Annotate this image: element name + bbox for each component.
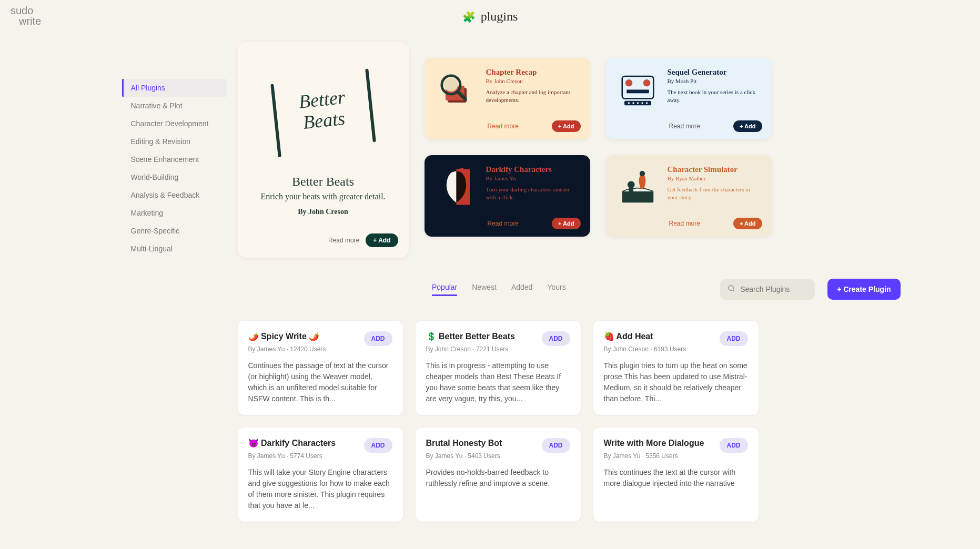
svg-rect-16	[622, 191, 653, 202]
sidebar-item-character-development[interactable]: Character Development	[122, 115, 227, 133]
sidebar-item-genre-specific[interactable]: Genre-Specific	[122, 222, 227, 240]
plugin-title: 😈 Darkify Characters	[248, 438, 336, 449]
plugin-desc: This is in progress - attempting to use …	[426, 360, 570, 404]
featured-small-author: By Ryan Mather	[668, 175, 762, 181]
svg-point-19	[639, 171, 644, 176]
create-plugin-button[interactable]: + Create Plugin	[827, 279, 900, 300]
sidebar-item-marketing[interactable]: Marketing	[122, 204, 227, 222]
read-more-link[interactable]: Read more	[328, 237, 359, 244]
featured-small-icon	[615, 165, 660, 209]
featured-small-desc: Turn your darling characters sinister wi…	[486, 186, 581, 202]
logo-line-2: write	[11, 16, 41, 26]
svg-point-6	[625, 79, 632, 87]
svg-rect-8	[627, 90, 649, 94]
plugin-desc: This continues the text at the cursor wi…	[604, 467, 748, 489]
plugin-meta: By John Creson · 7221 Users	[426, 345, 515, 353]
plugin-card-5[interactable]: Write with More DialogueBy James Yu · 53…	[593, 428, 759, 522]
svg-point-11	[632, 102, 634, 104]
sidebar-item-analysis-feedback[interactable]: Analysis & Feedback	[122, 186, 227, 204]
search-box[interactable]	[720, 279, 815, 300]
plugin-title: 💲 Better Better Beats	[426, 331, 515, 342]
featured-small-card-0[interactable]: Chapter RecapBy John CresonAnalyze a cha…	[425, 58, 590, 139]
search-input[interactable]	[740, 285, 807, 293]
featured-small-card-1[interactable]: Sequel GeneratorBy Mosh PitThe next book…	[606, 58, 772, 139]
plugin-title: 🌶️ Spicy Write 🌶️	[248, 331, 326, 342]
featured-large-author: By John Creson	[298, 208, 348, 216]
featured-small-desc: Get feedback from the characters in your…	[668, 186, 762, 202]
featured-large-art: Better Beats	[248, 53, 398, 168]
svg-point-3	[444, 78, 458, 92]
add-button[interactable]: + Add	[733, 120, 762, 132]
sidebar-item-multi-lingual[interactable]: Multi-Lingual	[122, 240, 227, 258]
plugin-desc: Provides no-holds-barred feedback to rut…	[426, 467, 570, 489]
svg-point-20	[729, 286, 733, 290]
plugin-card-1[interactable]: 💲 Better Better BeatsBy John Creson · 72…	[416, 321, 581, 415]
plugin-meta: By John Creson · 6193 Users	[604, 345, 686, 353]
tabs: PopularNewestAddedYours	[238, 283, 708, 296]
featured-small-icon	[434, 67, 479, 112]
featured-small-desc: The next book in your series is a click …	[668, 88, 762, 105]
read-more-link[interactable]: Read more	[669, 220, 700, 227]
tab-yours[interactable]: Yours	[547, 283, 565, 296]
featured-large-card[interactable]: Better Beats Better Beats Enrich your be…	[238, 42, 409, 258]
featured-small-title: Sequel Generator	[668, 67, 762, 77]
plugin-title: Write with More Dialogue	[604, 438, 704, 449]
sidebar-item-narrative-plot[interactable]: Narrative & Plot	[122, 97, 227, 115]
svg-point-10	[628, 102, 629, 104]
plugin-card-4[interactable]: Brutal Honesty BotBy James Yu · 5403 Use…	[416, 428, 581, 522]
svg-rect-5	[622, 76, 653, 99]
add-button[interactable]: ADD	[542, 438, 570, 453]
plugin-meta: By James Yu · 5356 Users	[604, 452, 704, 460]
tab-popular[interactable]: Popular	[432, 283, 457, 296]
featured-small-author: By James Yu	[486, 175, 581, 181]
featured-large-title: Better Beats	[292, 175, 354, 189]
featured-small-card-3[interactable]: Character SimulatorBy Ryan MatherGet fee…	[606, 155, 772, 237]
add-button[interactable]: + Add	[552, 218, 580, 229]
page-title: 🧩 plugins	[462, 9, 518, 24]
featured-small-card-2[interactable]: Darkify CharactersBy James YuTurn your d…	[425, 155, 590, 237]
logo-line-1: sudo	[11, 5, 41, 16]
sidebar: All PluginsNarrative & PlotCharacter Dev…	[80, 42, 227, 522]
tab-newest[interactable]: Newest	[472, 283, 497, 296]
page-title-text: plugins	[481, 9, 518, 24]
featured-small-icon	[434, 165, 479, 209]
plugin-desc: Continues the passage of text at the cur…	[248, 360, 392, 404]
add-button[interactable]: ADD	[720, 438, 748, 453]
plugin-title: 🍓 Add Heat	[604, 331, 686, 342]
plugin-desc: This will take your Story Engine charact…	[248, 467, 392, 511]
featured-large-desc: Enrich your beats with greater detail.	[260, 192, 385, 201]
sidebar-item-all-plugins[interactable]: All Plugins	[122, 79, 227, 97]
featured-small-icon	[615, 67, 660, 112]
read-more-link[interactable]: Read more	[488, 220, 519, 227]
svg-point-13	[641, 102, 643, 104]
svg-line-21	[733, 290, 734, 291]
sidebar-item-scene-enhancement[interactable]: Scene Enhancement	[122, 150, 227, 168]
plugin-meta: By James Yu · 12420 Users	[248, 345, 326, 353]
plugin-card-2[interactable]: 🍓 Add HeatBy John Creson · 6193 UsersADD…	[593, 321, 759, 415]
search-icon	[728, 284, 736, 294]
plugin-card-3[interactable]: 😈 Darkify CharactersBy James Yu · 5774 U…	[238, 428, 403, 522]
add-button[interactable]: + Add	[733, 218, 762, 229]
plugin-title: Brutal Honesty Bot	[426, 438, 502, 449]
logo[interactable]: sudo write	[11, 5, 41, 26]
svg-point-14	[645, 102, 647, 104]
add-button[interactable]: ADD	[720, 331, 748, 346]
sidebar-item-editing-revision[interactable]: Editing & Revision	[122, 133, 227, 150]
featured-small-desc: Analyze a chapter and log important deve…	[486, 88, 581, 105]
add-button[interactable]: ADD	[364, 331, 392, 346]
svg-point-12	[637, 102, 638, 104]
add-button[interactable]: + Add	[552, 120, 580, 132]
featured-small-author: By Mosh Pit	[668, 78, 762, 84]
featured-small-title: Darkify Characters	[486, 165, 581, 174]
add-button[interactable]: ADD	[364, 438, 392, 453]
add-button[interactable]: ADD	[542, 331, 570, 346]
featured-small-title: Character Simulator	[668, 165, 762, 174]
featured-small-title: Chapter Recap	[486, 67, 581, 77]
read-more-link[interactable]: Read more	[669, 123, 700, 130]
add-button[interactable]: + Add	[366, 233, 398, 247]
tab-added[interactable]: Added	[511, 283, 532, 296]
plugin-card-0[interactable]: 🌶️ Spicy Write 🌶️By James Yu · 12420 Use…	[238, 321, 403, 415]
featured-small-author: By John Creson	[486, 78, 581, 84]
read-more-link[interactable]: Read more	[488, 123, 519, 130]
sidebar-item-world-building[interactable]: World-Building	[122, 168, 227, 186]
